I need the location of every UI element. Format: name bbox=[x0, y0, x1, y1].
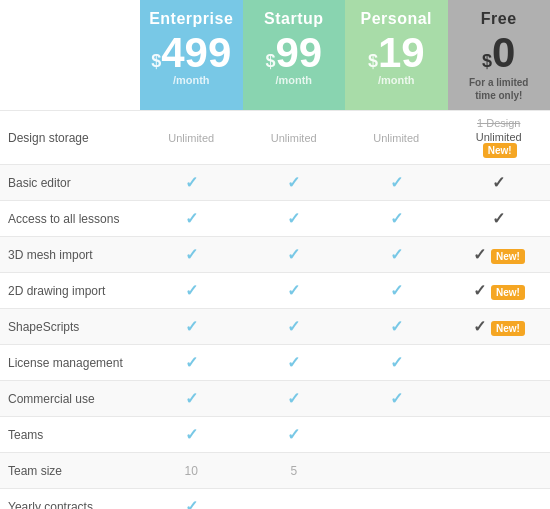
enterprise-team-size-text: 10 bbox=[185, 464, 198, 478]
table-row: Design storage Unlimited Unlimited Unlim… bbox=[0, 110, 550, 164]
free-storage-special: 1 Design Unlimited bbox=[450, 117, 549, 143]
pricing-table: Enterprise $ 499 /month Startup $ 99 /mo… bbox=[0, 0, 550, 509]
enterprise-shapescripts: ✓ bbox=[140, 311, 243, 342]
enterprise-commercial: ✓ bbox=[140, 383, 243, 414]
free-storage-strikethrough: 1 Design bbox=[477, 117, 520, 129]
check-icon: ✓ bbox=[185, 426, 198, 443]
table-row: License management ✓ ✓ ✓ bbox=[0, 344, 550, 380]
free-basic-editor: ✓ bbox=[448, 167, 551, 198]
feature-name-lessons: Access to all lessons bbox=[0, 206, 140, 232]
free-2d-badge: New! bbox=[491, 285, 525, 300]
free-shapescripts: ✓ New! bbox=[448, 311, 551, 342]
table-row: Access to all lessons ✓ ✓ ✓ ✓ bbox=[0, 200, 550, 236]
table-row: 3D mesh import ✓ ✓ ✓ ✓ New! bbox=[0, 236, 550, 272]
free-yearly bbox=[448, 501, 551, 510]
feature-name-2d-drawing: 2D drawing import bbox=[0, 278, 140, 304]
personal-commercial: ✓ bbox=[345, 383, 448, 414]
startup-plan-name: Startup bbox=[248, 10, 341, 28]
free-license bbox=[448, 357, 551, 369]
check-icon: ✓ bbox=[390, 282, 403, 299]
check-icon: ✓ bbox=[185, 282, 198, 299]
personal-price-row: $ 19 bbox=[350, 32, 443, 74]
startup-3d-mesh: ✓ bbox=[243, 239, 346, 270]
check-icon: ✓ bbox=[390, 390, 403, 407]
table-row: ShapeScripts ✓ ✓ ✓ ✓ New! bbox=[0, 308, 550, 344]
free-teams bbox=[448, 429, 551, 441]
enterprise-price-row: $ 499 bbox=[145, 32, 238, 74]
startup-license: ✓ bbox=[243, 347, 346, 378]
check-icon: ✓ bbox=[492, 174, 505, 191]
check-icon: ✓ bbox=[390, 354, 403, 371]
enterprise-price: 499 bbox=[161, 32, 231, 74]
startup-shapescripts: ✓ bbox=[243, 311, 346, 342]
free-commercial bbox=[448, 393, 551, 405]
feature-name-basic-editor: Basic editor bbox=[0, 170, 140, 196]
free-3d-badge: New! bbox=[491, 249, 525, 264]
check-icon: ✓ bbox=[287, 426, 300, 443]
check-icon: ✓ bbox=[185, 498, 198, 509]
check-icon: ✓ bbox=[473, 246, 486, 263]
personal-lessons: ✓ bbox=[345, 203, 448, 234]
enterprise-header: Enterprise $ 499 /month bbox=[140, 0, 243, 110]
startup-team-size-text: 5 bbox=[290, 464, 297, 478]
free-note: For a limited time only! bbox=[453, 76, 546, 102]
enterprise-2d-drawing: ✓ bbox=[140, 275, 243, 306]
startup-price-row: $ 99 bbox=[248, 32, 341, 74]
check-icon: ✓ bbox=[390, 174, 403, 191]
personal-license: ✓ bbox=[345, 347, 448, 378]
free-note-line2: time only! bbox=[475, 90, 522, 101]
check-icon: ✓ bbox=[287, 174, 300, 191]
check-icon: ✓ bbox=[390, 210, 403, 227]
check-icon: ✓ bbox=[185, 174, 198, 191]
enterprise-plan-name: Enterprise bbox=[145, 10, 238, 28]
check-icon: ✓ bbox=[185, 354, 198, 371]
personal-price: 19 bbox=[378, 32, 425, 74]
check-icon: ✓ bbox=[287, 246, 300, 263]
feature-name-commercial: Commercial use bbox=[0, 386, 140, 412]
startup-team-size: 5 bbox=[243, 458, 346, 484]
table-row: Basic editor ✓ ✓ ✓ ✓ bbox=[0, 164, 550, 200]
personal-team-size bbox=[345, 465, 448, 477]
personal-shapescripts: ✓ bbox=[345, 311, 448, 342]
feature-name-license: License management bbox=[0, 350, 140, 376]
startup-header: Startup $ 99 /month bbox=[243, 0, 346, 110]
feature-name-team-size: Team size bbox=[0, 458, 140, 484]
header-row: Enterprise $ 499 /month Startup $ 99 /mo… bbox=[0, 0, 550, 110]
table-row: Yearly contracts ✓ bbox=[0, 488, 550, 509]
free-dollar: $ bbox=[482, 52, 492, 70]
personal-2d-drawing: ✓ bbox=[345, 275, 448, 306]
enterprise-team-size: 10 bbox=[140, 458, 243, 484]
startup-2d-drawing: ✓ bbox=[243, 275, 346, 306]
startup-lessons: ✓ bbox=[243, 203, 346, 234]
feature-rows: Design storage Unlimited Unlimited Unlim… bbox=[0, 110, 550, 509]
free-lessons: ✓ bbox=[448, 203, 551, 234]
free-price-row: $ 0 bbox=[453, 32, 546, 74]
table-row: Team size 10 5 bbox=[0, 452, 550, 488]
startup-teams: ✓ bbox=[243, 419, 346, 450]
feature-name-design-storage: Design storage bbox=[0, 125, 140, 151]
check-icon: ✓ bbox=[473, 318, 486, 335]
personal-design-storage: Unlimited bbox=[345, 125, 448, 151]
feature-name-3d-mesh: 3D mesh import bbox=[0, 242, 140, 268]
check-icon: ✓ bbox=[185, 246, 198, 263]
check-icon: ✓ bbox=[185, 210, 198, 227]
startup-design-storage: Unlimited bbox=[243, 125, 346, 151]
check-icon: ✓ bbox=[185, 318, 198, 335]
personal-storage-text: Unlimited bbox=[373, 132, 419, 144]
check-icon: ✓ bbox=[287, 318, 300, 335]
startup-commercial: ✓ bbox=[243, 383, 346, 414]
table-row: Commercial use ✓ ✓ ✓ bbox=[0, 380, 550, 416]
personal-teams bbox=[345, 429, 448, 441]
enterprise-storage-text: Unlimited bbox=[168, 132, 214, 144]
personal-dollar: $ bbox=[368, 52, 378, 70]
enterprise-teams: ✓ bbox=[140, 419, 243, 450]
check-icon: ✓ bbox=[287, 390, 300, 407]
enterprise-3d-mesh: ✓ bbox=[140, 239, 243, 270]
enterprise-yearly: ✓ bbox=[140, 491, 243, 509]
free-2d-drawing: ✓ New! bbox=[448, 275, 551, 306]
feature-name-yearly: Yearly contracts bbox=[0, 494, 140, 510]
check-icon: ✓ bbox=[390, 318, 403, 335]
check-icon: ✓ bbox=[473, 282, 486, 299]
startup-dollar: $ bbox=[265, 52, 275, 70]
personal-yearly bbox=[345, 501, 448, 510]
